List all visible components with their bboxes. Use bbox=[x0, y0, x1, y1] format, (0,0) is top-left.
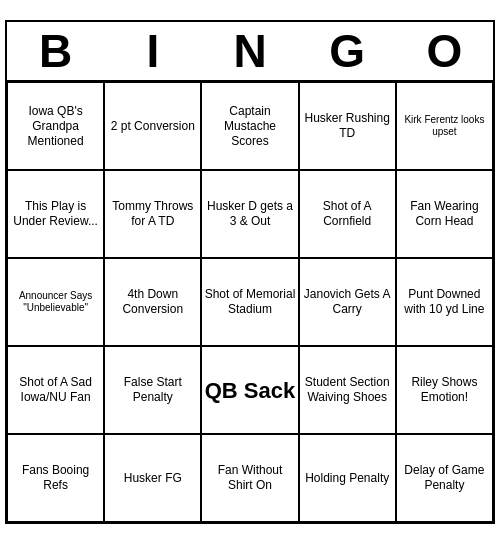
bingo-cell-15: Shot of A Sad Iowa/NU Fan bbox=[7, 346, 104, 434]
bingo-card: BINGO Iowa QB's Grandpa Mentioned2 pt Co… bbox=[5, 20, 495, 525]
bingo-letter-o: O bbox=[396, 22, 493, 83]
bingo-cell-22: Fan Without Shirt On bbox=[201, 434, 298, 522]
bingo-cell-1: 2 pt Conversion bbox=[104, 82, 201, 170]
bingo-cell-3: Husker Rushing TD bbox=[299, 82, 396, 170]
bingo-cell-4: Kirk Ferentz looks upset bbox=[396, 82, 493, 170]
bingo-cell-23: Holding Penalty bbox=[299, 434, 396, 522]
bingo-letter-n: N bbox=[201, 22, 298, 83]
bingo-grid: Iowa QB's Grandpa Mentioned2 pt Conversi… bbox=[7, 82, 493, 522]
bingo-letter-b: B bbox=[7, 22, 104, 83]
bingo-cell-24: Delay of Game Penalty bbox=[396, 434, 493, 522]
bingo-cell-5: This Play is Under Review... bbox=[7, 170, 104, 258]
bingo-cell-16: False Start Penalty bbox=[104, 346, 201, 434]
bingo-letter-g: G bbox=[299, 22, 396, 83]
bingo-cell-6: Tommy Throws for A TD bbox=[104, 170, 201, 258]
bingo-cell-11: 4th Down Conversion bbox=[104, 258, 201, 346]
bingo-cell-12: Shot of Memorial Stadium bbox=[201, 258, 298, 346]
bingo-header: BINGO bbox=[7, 22, 493, 83]
bingo-cell-10: Announcer Says "Unbelievable" bbox=[7, 258, 104, 346]
bingo-cell-2: Captain Mustache Scores bbox=[201, 82, 298, 170]
bingo-cell-0: Iowa QB's Grandpa Mentioned bbox=[7, 82, 104, 170]
bingo-cell-21: Husker FG bbox=[104, 434, 201, 522]
bingo-letter-i: I bbox=[104, 22, 201, 83]
bingo-cell-18: Student Section Waiving Shoes bbox=[299, 346, 396, 434]
bingo-cell-8: Shot of A Cornfield bbox=[299, 170, 396, 258]
bingo-cell-14: Punt Downed with 10 yd Line bbox=[396, 258, 493, 346]
bingo-cell-20: Fans Booing Refs bbox=[7, 434, 104, 522]
bingo-cell-13: Janovich Gets A Carry bbox=[299, 258, 396, 346]
bingo-cell-19: Riley Shows Emotion! bbox=[396, 346, 493, 434]
bingo-cell-7: Husker D gets a 3 & Out bbox=[201, 170, 298, 258]
bingo-cell-9: Fan Wearing Corn Head bbox=[396, 170, 493, 258]
bingo-cell-17: QB Sack bbox=[201, 346, 298, 434]
